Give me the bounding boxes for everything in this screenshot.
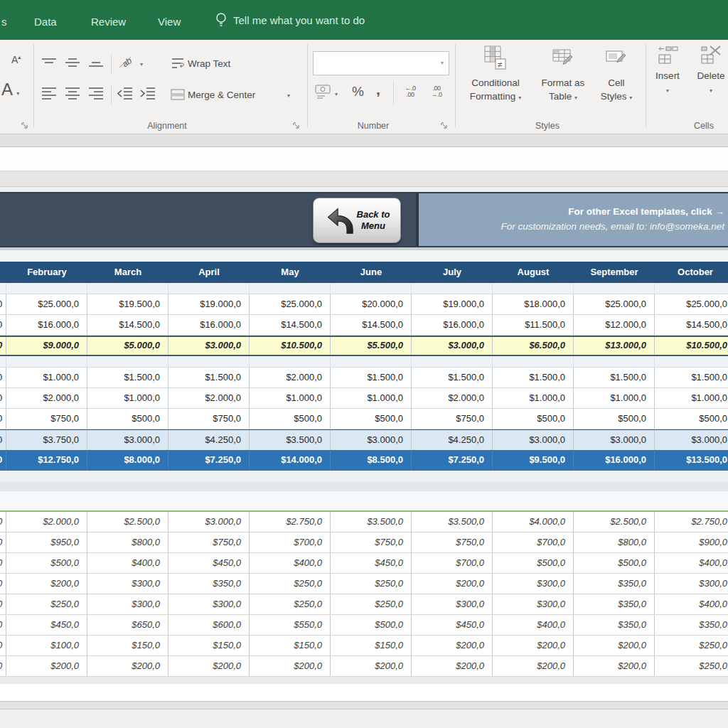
value-cell[interactable]: $450,0	[412, 615, 493, 635]
value-cell[interactable]: $1.500,0	[87, 368, 168, 387]
align-top-icon[interactable]	[41, 57, 58, 68]
value-cell[interactable]: $450,0	[331, 553, 412, 573]
value-cell[interactable]: $150,0	[87, 636, 168, 655]
value-cell[interactable]: $600,0	[168, 615, 250, 635]
horizontal-scrollbar-strip[interactable]	[0, 701, 728, 710]
value-cell[interactable]: $250,0	[250, 574, 331, 594]
value-cell[interactable]: $300,0	[87, 594, 168, 614]
value-cell[interactable]: $650,0	[87, 615, 168, 635]
alignment-dialog-launcher-icon[interactable]	[293, 122, 300, 129]
value-cell[interactable]: $1.000,0	[87, 388, 168, 408]
value-cell[interactable]: $1.500,0	[493, 368, 574, 387]
value-cell[interactable]: $200,0	[168, 656, 250, 676]
tab-formulas-partial[interactable]: s	[1, 16, 7, 28]
value-cell[interactable]: $500,0	[87, 409, 168, 429]
value-cell[interactable]: $200,0	[331, 656, 412, 676]
value-cell[interactable]: $450,0	[6, 615, 87, 635]
value-cell[interactable]: $3.000,0	[493, 430, 574, 450]
value-cell[interactable]: $700,0	[412, 553, 493, 573]
wrap-text-label[interactable]: Wrap Text	[188, 58, 230, 69]
value-cell[interactable]: $500,0	[574, 553, 655, 573]
value-cell[interactable]: $2.000,0	[168, 388, 250, 408]
value-cell[interactable]: $300,0	[493, 574, 574, 594]
value-cell[interactable]: $200,0	[6, 656, 87, 676]
value-cell[interactable]: $150,0	[331, 636, 412, 655]
value-cell[interactable]: $25.000,0	[250, 294, 331, 314]
value-cell[interactable]: $350,0	[168, 574, 250, 594]
value-cell[interactable]: $9.000,0	[6, 337, 87, 355]
value-cell[interactable]: $2.000,0	[6, 388, 87, 408]
accounting-caret-icon[interactable]: ▾	[335, 91, 338, 97]
value-cell[interactable]: $950,0	[6, 532, 87, 552]
value-cell[interactable]: $11.500,0	[493, 315, 574, 335]
value-cell[interactable]: $200,0	[574, 636, 655, 655]
decrease-indent-icon[interactable]	[117, 87, 134, 100]
value-cell[interactable]: $500,0	[250, 409, 331, 429]
month-header-cell[interactable]: July	[412, 262, 493, 283]
value-cell[interactable]: $4.250,0	[168, 430, 250, 450]
value-cell[interactable]: $700,0	[493, 532, 574, 552]
value-cell[interactable]: $14.000,0	[250, 450, 331, 471]
value-cell[interactable]: $800,0	[574, 532, 655, 552]
value-cell[interactable]: $100,0	[6, 636, 87, 655]
month-header-cell[interactable]: June	[331, 262, 412, 283]
value-cell[interactable]: $300,0	[87, 574, 168, 594]
value-cell[interactable]: $16.000,0	[412, 315, 493, 335]
value-cell[interactable]: $500,0	[331, 409, 412, 429]
align-left-icon[interactable]	[41, 87, 58, 100]
value-cell[interactable]: $450,0	[168, 553, 250, 573]
value-cell[interactable]: $250,0	[6, 594, 87, 614]
blank-spreadsheet-row[interactable]	[0, 283, 728, 294]
number-dialog-launcher-icon[interactable]	[441, 122, 448, 129]
value-cell[interactable]: $7.250,0	[412, 450, 493, 471]
orientation-button[interactable]: ab	[117, 53, 136, 71]
value-cell[interactable]: $250,0	[331, 574, 412, 594]
value-cell[interactable]: $19.000,0	[168, 294, 250, 314]
value-cell[interactable]: $3.000,0	[574, 430, 655, 450]
value-cell[interactable]: $1.500,0	[331, 368, 412, 387]
align-right-icon[interactable]	[87, 87, 105, 100]
value-cell[interactable]: $1.000,0	[574, 388, 655, 408]
value-cell[interactable]: $25.000,0	[6, 294, 87, 314]
value-cell[interactable]: $550,0	[250, 615, 331, 635]
decrease-decimal-button[interactable]: .00→.0	[425, 85, 448, 98]
value-cell[interactable]: $200,0	[493, 656, 574, 676]
value-cell[interactable]: $400,0	[655, 553, 728, 573]
value-cell[interactable]: $1.000,0	[6, 368, 87, 387]
increase-indent-icon[interactable]	[139, 87, 156, 100]
value-cell[interactable]: $2.000,0	[6, 512, 87, 532]
conditional-formatting-button[interactable]: ≠ Conditional Formatting ▾	[461, 46, 530, 105]
value-cell[interactable]: $800,0	[87, 532, 168, 552]
value-cell[interactable]: $20.000,0	[331, 294, 412, 314]
number-format-select[interactable]: ▾	[313, 51, 449, 75]
value-cell[interactable]: $2.500,0	[574, 512, 655, 532]
value-cell[interactable]: $6.500,0	[493, 337, 574, 355]
value-cell[interactable]: $3.000,0	[168, 337, 250, 355]
value-cell[interactable]: $200,0	[87, 656, 168, 676]
value-cell[interactable]: $3.750,0	[6, 430, 87, 450]
value-cell[interactable]: $350,0	[574, 574, 655, 594]
value-cell[interactable]: $350,0	[574, 594, 655, 614]
banner-info-line2[interactable]: For customization needs, email to: info@…	[85, 219, 724, 234]
blank-spreadsheet-row[interactable]	[0, 356, 728, 368]
value-cell[interactable]: $200,0	[6, 574, 87, 594]
value-cell[interactable]: $1.500,0	[574, 368, 655, 387]
value-cell[interactable]: $19.000,0	[412, 294, 493, 314]
value-cell[interactable]: $350,0	[655, 615, 728, 635]
value-cell[interactable]: $8.000,0	[87, 450, 168, 471]
value-cell[interactable]: $150,0	[250, 636, 331, 655]
value-cell[interactable]: $250,0	[655, 636, 728, 655]
value-cell[interactable]: $400,0	[493, 615, 574, 635]
value-cell[interactable]: $1.000,0	[655, 388, 728, 408]
value-cell[interactable]: $13.500,0	[655, 450, 728, 471]
value-cell[interactable]: $3.500,0	[412, 512, 493, 532]
comma-style-button[interactable]: ,	[376, 81, 380, 98]
increase-decimal-button[interactable]: ←.0.00	[399, 85, 422, 98]
value-cell[interactable]: $25.000,0	[574, 294, 655, 314]
value-cell[interactable]: $2.500,0	[87, 512, 168, 532]
value-cell[interactable]: $750,0	[331, 532, 412, 552]
value-cell[interactable]: $700,0	[250, 532, 331, 552]
font-color-button[interactable]: A ▾	[1, 80, 19, 100]
accounting-format-icon[interactable]	[315, 84, 332, 100]
percent-style-button[interactable]: %	[352, 84, 364, 100]
